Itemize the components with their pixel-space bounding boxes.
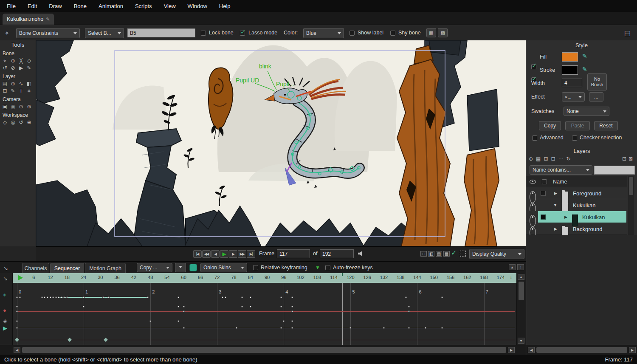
next-keyframe-button[interactable]: ▶▶ xyxy=(238,250,246,258)
menu-scripts[interactable]: Scripts xyxy=(129,3,158,9)
scroll-left-icon[interactable]: ◀ xyxy=(14,347,20,353)
transform-channel-icon[interactable]: ⌖ xyxy=(3,292,6,299)
library-book-icon[interactable]: ▤ xyxy=(624,29,631,37)
display-mode-4-icon[interactable]: ▦ xyxy=(443,251,450,257)
keyframe[interactable] xyxy=(177,306,179,308)
layer-tool-icon[interactable]: ⊡ xyxy=(1,87,9,94)
menu-help[interactable]: Help xyxy=(213,3,237,9)
keyframe[interactable] xyxy=(16,310,18,313)
scroll-left-icon[interactable]: ◀ xyxy=(528,347,535,353)
layers-scrollbar[interactable] xyxy=(628,176,634,235)
layers-hscroll[interactable]: ◀ ▶ xyxy=(526,345,637,355)
timeline-tracks[interactable]: 01234567 xyxy=(13,283,516,345)
keyframe[interactable] xyxy=(291,310,293,313)
keyframe[interactable] xyxy=(183,310,185,313)
keyframe[interactable] xyxy=(280,306,282,308)
menu-animation[interactable]: Animation xyxy=(93,3,129,9)
menu-edit[interactable]: Edit xyxy=(22,3,43,9)
bone-tool-icon[interactable]: ↺ xyxy=(1,65,9,71)
tab-motion-graph[interactable]: Motion Graph xyxy=(85,263,126,273)
ruler-scroll-icon[interactable]: ↕ xyxy=(510,275,513,280)
menu-view[interactable]: View xyxy=(158,3,182,9)
keyframe[interactable] xyxy=(425,327,427,329)
keyframe[interactable] xyxy=(16,296,18,299)
layer-tool-icon[interactable]: ∿ xyxy=(17,80,25,87)
keyframe[interactable] xyxy=(107,296,110,299)
keyframe[interactable] xyxy=(291,320,293,322)
layer-row-background[interactable]: ▶ Background xyxy=(526,223,627,235)
shy-bone-checkbox[interactable] xyxy=(390,31,395,36)
keyframe[interactable] xyxy=(350,327,352,329)
keyframe[interactable] xyxy=(147,296,149,299)
bone-tool-icon[interactable]: ⌖ xyxy=(1,57,9,64)
bone-tool-icon[interactable]: ⊕ xyxy=(9,57,17,64)
keyframe[interactable] xyxy=(224,296,226,299)
timeline-vscroll[interactable]: ▲ ▼ xyxy=(516,273,526,345)
play-button[interactable]: ▶ xyxy=(220,250,228,258)
camera-tool-icon[interactable]: ▣ xyxy=(1,103,9,110)
keyframe[interactable] xyxy=(241,296,243,299)
layer-color-swatch[interactable] xyxy=(541,214,546,220)
relative-keyframing-checkbox[interactable] xyxy=(253,265,258,270)
keyframe[interactable] xyxy=(241,306,243,308)
layers-toolbar-icon-1[interactable]: ⊕ xyxy=(529,156,533,162)
switch-channel-icon[interactable]: ◈ xyxy=(3,318,7,324)
keyframe[interactable] xyxy=(16,306,18,308)
keyframe[interactable] xyxy=(249,306,251,308)
stroke-color-swatch[interactable] xyxy=(562,65,578,75)
tab-sequencer[interactable]: Sequencer xyxy=(50,263,84,273)
layer-tool-icon[interactable]: ▤ xyxy=(1,80,9,87)
bone-tool-icon[interactable]: ⊘ xyxy=(9,65,17,71)
keyframe[interactable] xyxy=(49,296,51,299)
timeline-hscroll[interactable]: ◀ ▶ xyxy=(0,345,526,355)
keyframe[interactable] xyxy=(291,327,293,329)
fill-edit-pencil-icon[interactable]: ✎ xyxy=(582,53,587,59)
onion-skin-indicator-icon[interactable] xyxy=(189,264,197,271)
copy-style-button[interactable]: Copy xyxy=(539,121,561,130)
layers-toolbar-icon-3[interactable]: ⊞ xyxy=(544,156,548,162)
layers-toolbar-icon-2[interactable]: ▤ xyxy=(536,156,541,162)
show-label-checkbox[interactable] xyxy=(350,31,355,36)
keyframe[interactable] xyxy=(236,327,238,329)
menu-file[interactable]: File xyxy=(1,3,22,9)
mini-dropdown[interactable] xyxy=(175,263,186,272)
keyframe[interactable] xyxy=(63,296,65,299)
layer-row-kukulkan-group[interactable]: ▼ Kukulkan xyxy=(526,199,627,211)
keyframe[interactable] xyxy=(58,296,60,299)
effect-dropdown[interactable]: <... xyxy=(562,92,585,102)
menu-draw[interactable]: Draw xyxy=(43,3,68,9)
go-start-button[interactable]: |◀ xyxy=(193,250,202,258)
layers-toolbar-icon-4[interactable]: ⊟ xyxy=(551,156,555,162)
keyframe[interactable] xyxy=(16,327,18,329)
display-mode-1-icon[interactable]: □ xyxy=(420,251,427,257)
fill-color-swatch[interactable] xyxy=(562,52,578,62)
keyframe[interactable] xyxy=(46,296,48,299)
display-quality-dropdown[interactable]: Display Quality xyxy=(469,249,524,259)
motion-channel-icon[interactable]: ▶ xyxy=(3,325,7,331)
collapse-arrow-icon[interactable]: ▼ xyxy=(553,199,557,211)
timeline-corner-icon[interactable]: ↘ xyxy=(3,275,8,282)
keyframe[interactable] xyxy=(183,327,185,329)
display-mode-3-icon[interactable]: ▤ xyxy=(436,251,442,257)
expand-arrow-icon[interactable]: ▶ xyxy=(554,187,557,199)
checker-selection-checkbox[interactable] xyxy=(572,135,577,141)
layer-filter-input[interactable] xyxy=(594,166,635,175)
bone-tool-icon[interactable]: ✎ xyxy=(25,65,33,71)
keyframe[interactable] xyxy=(66,296,68,299)
color-channel-icon[interactable]: ● xyxy=(3,307,6,313)
scroll-right-icon[interactable]: ▶ xyxy=(629,347,636,353)
keyframe[interactable] xyxy=(55,296,57,299)
keyframe[interactable] xyxy=(291,296,293,299)
reset-style-button[interactable]: Reset xyxy=(594,121,618,130)
bone-constraints-dropdown[interactable]: Bone Constraints xyxy=(16,28,80,38)
keyframe[interactable] xyxy=(280,296,282,299)
bone-color-dropdown[interactable]: Blue xyxy=(303,28,344,38)
bone-tool-icon[interactable]: ◇ xyxy=(25,57,33,64)
layer-tool-icon[interactable]: T xyxy=(17,87,25,94)
bone-shape-toggle-icon[interactable]: ▧ xyxy=(438,28,448,37)
canvas-viewport[interactable]: blink Pupil UD Pupil .. xyxy=(36,40,526,246)
select-bone-dropdown[interactable]: Select B... xyxy=(85,28,124,38)
layer-color-swatch[interactable] xyxy=(541,191,546,196)
keyframe[interactable] xyxy=(183,306,185,308)
timeline-corner-arrow-icon[interactable]: ↘ xyxy=(3,265,8,271)
